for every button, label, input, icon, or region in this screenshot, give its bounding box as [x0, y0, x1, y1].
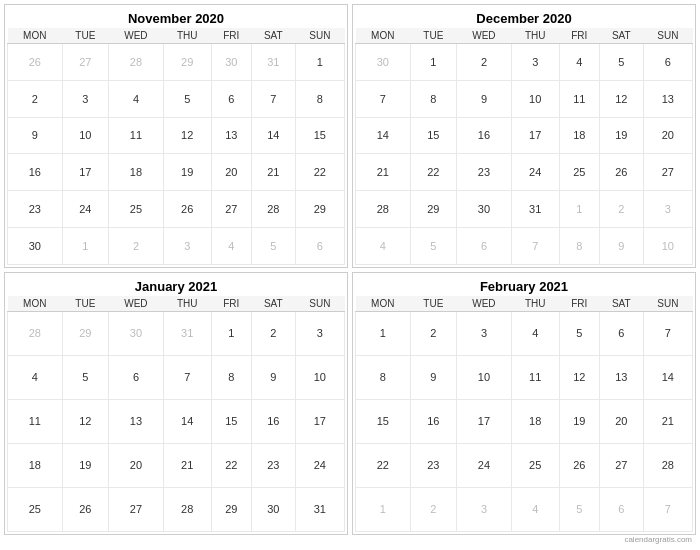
calendar-day[interactable]: 4	[356, 227, 411, 264]
calendar-day[interactable]: 5	[599, 44, 643, 81]
calendar-day[interactable]: 2	[8, 80, 63, 117]
calendar-day[interactable]: 24	[511, 154, 559, 191]
calendar-day[interactable]: 13	[643, 80, 692, 117]
calendar-day[interactable]: 16	[251, 399, 295, 443]
calendar-day[interactable]: 23	[251, 443, 295, 487]
calendar-day[interactable]: 6	[599, 487, 643, 531]
calendar-day[interactable]: 26	[8, 44, 63, 81]
calendar-day[interactable]: 15	[295, 117, 344, 154]
calendar-day[interactable]: 19	[163, 154, 211, 191]
calendar-day[interactable]: 5	[251, 227, 295, 264]
calendar-day[interactable]: 29	[211, 487, 251, 531]
calendar-day[interactable]: 5	[62, 355, 109, 399]
calendar-day[interactable]: 17	[511, 117, 559, 154]
calendar-day[interactable]: 2	[410, 487, 457, 531]
calendar-day[interactable]: 17	[457, 399, 512, 443]
calendar-day[interactable]: 18	[8, 443, 63, 487]
calendar-day[interactable]: 28	[163, 487, 211, 531]
calendar-day[interactable]: 1	[410, 44, 457, 81]
calendar-day[interactable]: 30	[251, 487, 295, 531]
calendar-day[interactable]: 26	[62, 487, 109, 531]
calendar-day[interactable]: 26	[163, 191, 211, 228]
calendar-day[interactable]: 4	[109, 80, 164, 117]
calendar-day[interactable]: 4	[8, 355, 63, 399]
calendar-day[interactable]: 15	[356, 399, 411, 443]
calendar-day[interactable]: 23	[457, 154, 512, 191]
calendar-day[interactable]: 19	[599, 117, 643, 154]
calendar-day[interactable]: 12	[163, 117, 211, 154]
calendar-day[interactable]: 18	[559, 117, 599, 154]
calendar-day[interactable]: 28	[251, 191, 295, 228]
calendar-day[interactable]: 27	[62, 44, 109, 81]
calendar-day[interactable]: 3	[457, 311, 512, 355]
calendar-day[interactable]: 12	[559, 355, 599, 399]
calendar-day[interactable]: 21	[356, 154, 411, 191]
calendar-day[interactable]: 4	[511, 487, 559, 531]
calendar-day[interactable]: 16	[410, 399, 457, 443]
calendar-day[interactable]: 13	[109, 399, 164, 443]
calendar-day[interactable]: 25	[109, 191, 164, 228]
calendar-day[interactable]: 26	[559, 443, 599, 487]
calendar-day[interactable]: 15	[410, 117, 457, 154]
calendar-day[interactable]: 10	[511, 80, 559, 117]
calendar-day[interactable]: 29	[62, 311, 109, 355]
calendar-day[interactable]: 3	[457, 487, 512, 531]
calendar-day[interactable]: 2	[251, 311, 295, 355]
calendar-day[interactable]: 6	[599, 311, 643, 355]
calendar-day[interactable]: 7	[643, 311, 692, 355]
calendar-day[interactable]: 8	[211, 355, 251, 399]
calendar-day[interactable]: 22	[356, 443, 411, 487]
calendar-day[interactable]: 19	[559, 399, 599, 443]
calendar-day[interactable]: 27	[109, 487, 164, 531]
calendar-day[interactable]: 3	[163, 227, 211, 264]
calendar-day[interactable]: 5	[559, 487, 599, 531]
calendar-day[interactable]: 11	[109, 117, 164, 154]
calendar-day[interactable]: 28	[356, 191, 411, 228]
calendar-day[interactable]: 31	[251, 44, 295, 81]
calendar-day[interactable]: 13	[211, 117, 251, 154]
calendar-day[interactable]: 8	[559, 227, 599, 264]
calendar-day[interactable]: 7	[356, 80, 411, 117]
calendar-day[interactable]: 2	[599, 191, 643, 228]
calendar-day[interactable]: 1	[559, 191, 599, 228]
calendar-day[interactable]: 14	[643, 355, 692, 399]
calendar-day[interactable]: 9	[457, 80, 512, 117]
calendar-day[interactable]: 5	[559, 311, 599, 355]
calendar-day[interactable]: 3	[643, 191, 692, 228]
calendar-day[interactable]: 6	[643, 44, 692, 81]
calendar-day[interactable]: 10	[643, 227, 692, 264]
calendar-day[interactable]: 25	[511, 443, 559, 487]
calendar-day[interactable]: 25	[559, 154, 599, 191]
calendar-day[interactable]: 22	[295, 154, 344, 191]
calendar-day[interactable]: 7	[643, 487, 692, 531]
calendar-day[interactable]: 26	[599, 154, 643, 191]
calendar-day[interactable]: 12	[62, 399, 109, 443]
calendar-day[interactable]: 21	[643, 399, 692, 443]
calendar-day[interactable]: 9	[8, 117, 63, 154]
calendar-day[interactable]: 16	[457, 117, 512, 154]
calendar-day[interactable]: 9	[251, 355, 295, 399]
calendar-day[interactable]: 10	[457, 355, 512, 399]
calendar-day[interactable]: 21	[251, 154, 295, 191]
calendar-day[interactable]: 14	[163, 399, 211, 443]
calendar-day[interactable]: 25	[8, 487, 63, 531]
calendar-day[interactable]: 28	[643, 443, 692, 487]
calendar-day[interactable]: 22	[211, 443, 251, 487]
calendar-day[interactable]: 20	[599, 399, 643, 443]
calendar-day[interactable]: 27	[599, 443, 643, 487]
calendar-day[interactable]: 22	[410, 154, 457, 191]
calendar-day[interactable]: 11	[8, 399, 63, 443]
calendar-day[interactable]: 5	[163, 80, 211, 117]
calendar-day[interactable]: 17	[62, 154, 109, 191]
calendar-day[interactable]: 3	[62, 80, 109, 117]
calendar-day[interactable]: 6	[109, 355, 164, 399]
calendar-day[interactable]: 14	[251, 117, 295, 154]
calendar-day[interactable]: 6	[211, 80, 251, 117]
calendar-day[interactable]: 3	[295, 311, 344, 355]
calendar-day[interactable]: 21	[163, 443, 211, 487]
calendar-day[interactable]: 1	[62, 227, 109, 264]
calendar-day[interactable]: 1	[295, 44, 344, 81]
calendar-day[interactable]: 5	[410, 227, 457, 264]
calendar-day[interactable]: 27	[643, 154, 692, 191]
calendar-day[interactable]: 24	[457, 443, 512, 487]
